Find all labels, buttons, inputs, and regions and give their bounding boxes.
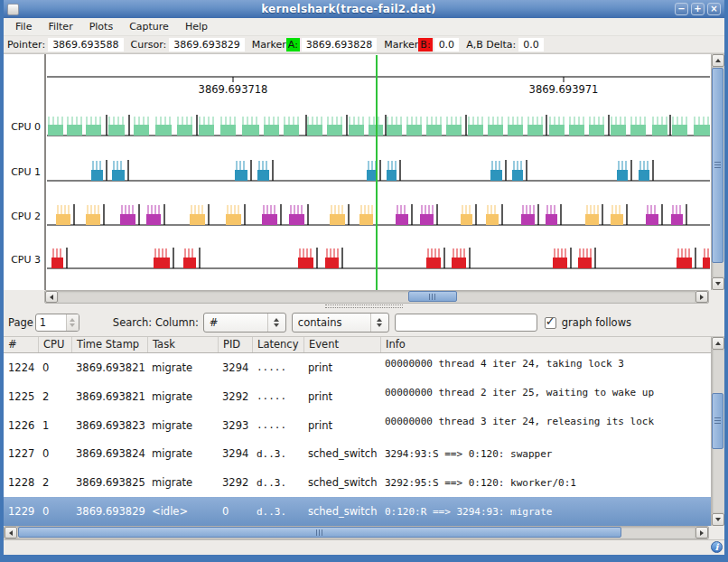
menu-plots[interactable]: Plots xyxy=(81,19,121,34)
spin-up-icon xyxy=(70,318,75,322)
titlebar[interactable]: kernelshark(trace-fail2.dat) − + × xyxy=(4,0,724,18)
close-button[interactable]: × xyxy=(707,3,721,15)
table-row[interactable]: 122703869.693824migrate3294d..3.sched_sw… xyxy=(4,439,711,468)
column-header-event[interactable]: Event xyxy=(303,337,380,352)
menu-help[interactable]: Help xyxy=(177,19,216,34)
infobar-value: 3869.693588 xyxy=(48,38,123,52)
table-row[interactable]: 122823869.693825migrate3292d..3.sched_sw… xyxy=(4,468,711,497)
menu-file[interactable]: File xyxy=(7,19,40,34)
scrollbar-thumb[interactable] xyxy=(18,527,621,538)
statusbar: i xyxy=(4,539,724,553)
column-header-pid[interactable]: PID xyxy=(218,337,252,352)
minimize-button[interactable]: − xyxy=(675,3,688,15)
search-toolbar: Page 1 Search: Column: # contains ✓ grap… xyxy=(4,309,724,336)
column-header-info[interactable]: Info xyxy=(380,337,711,352)
cell-event: sched_switch xyxy=(303,497,380,526)
cell-latency: ..... xyxy=(252,411,303,440)
infobar-label: Cursor: xyxy=(131,39,167,51)
column-header-latency[interactable]: Latency xyxy=(252,337,303,352)
menu-capture[interactable]: Capture xyxy=(121,19,177,34)
splitter-grip-icon xyxy=(325,304,403,308)
scroll-right-button[interactable] xyxy=(695,527,708,539)
scroll-down-button[interactable] xyxy=(712,513,724,526)
infobar-value: 0.0 xyxy=(518,38,544,52)
cpu-row-2[interactable]: CPU 2 xyxy=(11,204,710,225)
info-icon[interactable]: i xyxy=(711,541,723,553)
up-arrow-icon xyxy=(715,342,721,345)
table-row[interactable]: 122613869.693823migrate3293.....print000… xyxy=(4,411,711,440)
graph-panel: 3869.6937183869.693971CPU 0CPU 1CPU 2CPU… xyxy=(4,53,724,290)
cell-info: 00000000 thread 3 iter 24, releasing its… xyxy=(380,411,711,440)
cell-latency: ..... xyxy=(252,382,303,411)
column-header-time-stamp[interactable]: Time Stamp xyxy=(71,337,147,352)
search-input[interactable] xyxy=(395,314,537,332)
cpu-row-0[interactable]: CPU 0 xyxy=(11,115,710,136)
cell-event: print xyxy=(303,411,380,440)
cell-cpu: 0 xyxy=(38,497,71,526)
cell-event: sched_switch xyxy=(303,468,380,497)
cpu-row-1[interactable]: CPU 1 xyxy=(11,160,710,181)
table-row-selected[interactable]: 122903869.693829<idle>0d..3.sched_switch… xyxy=(4,497,711,526)
menubar: FileFilterPlotsCaptureHelp xyxy=(4,18,724,36)
infobar-value: 3869.693829 xyxy=(169,38,244,52)
cpu-label: CPU 3 xyxy=(11,254,41,266)
column-select-value: # xyxy=(204,316,267,329)
scrollbar-thumb[interactable] xyxy=(712,393,723,449)
trace-graph-svg[interactable]: 3869.6937183869.693971CPU 0CPU 1CPU 2CPU… xyxy=(4,54,711,290)
column-header-task[interactable]: Task xyxy=(147,337,218,352)
cell--: 1228 xyxy=(4,468,38,497)
scroll-left-button[interactable] xyxy=(45,291,58,303)
scrollbar-track[interactable] xyxy=(712,350,724,513)
right-arrow-icon xyxy=(700,295,704,300)
event-table-panel: #CPUTime StampTaskPIDLatencyEventInfo122… xyxy=(4,336,724,526)
cell-time-stamp: 3869.693821 xyxy=(71,382,147,411)
table-row[interactable]: 122403869.693821migrate3294.....print000… xyxy=(4,353,711,382)
column-header--[interactable]: # xyxy=(4,337,38,352)
cell--: 1227 xyxy=(4,439,38,468)
table-horizontal-scrollbar[interactable] xyxy=(4,526,709,539)
page-spinner[interactable]: 1 xyxy=(35,314,79,332)
menu-filter[interactable]: Filter xyxy=(40,19,80,34)
scroll-up-button[interactable] xyxy=(712,54,724,67)
scrollbar-track[interactable] xyxy=(712,67,724,277)
scroll-down-button[interactable] xyxy=(712,277,724,290)
maximize-button[interactable]: + xyxy=(691,3,705,15)
page-value[interactable]: 1 xyxy=(36,314,66,331)
cell-event: print xyxy=(303,353,380,382)
graph-vertical-scrollbar[interactable] xyxy=(711,54,724,290)
axis-timestamp-label: 3869.693718 xyxy=(199,83,268,96)
column-header-cpu[interactable]: CPU xyxy=(38,337,71,352)
cell-time-stamp: 3869.693823 xyxy=(71,411,147,440)
cell-pid: 3293 xyxy=(218,411,252,440)
scroll-right-button[interactable] xyxy=(695,291,708,303)
scrollbar-track[interactable] xyxy=(58,291,695,303)
trace-graph[interactable]: 3869.6937183869.693971CPU 0CPU 1CPU 2CPU… xyxy=(4,54,711,290)
cell-cpu: 0 xyxy=(38,353,71,382)
scroll-up-button[interactable] xyxy=(712,337,724,350)
cell-task: migrate xyxy=(147,353,218,382)
scrollbar-thumb[interactable] xyxy=(408,291,457,302)
graph-horizontal-scrollbar[interactable] xyxy=(44,290,709,304)
cell-pid: 0 xyxy=(218,497,252,526)
marker-info-bar: Pointer:3869.693588Cursor:3869.693829Mar… xyxy=(4,36,724,53)
infobar-value: 3869.693828 xyxy=(302,38,377,52)
right-arrow-icon xyxy=(700,530,704,536)
cpu-label: CPU 2 xyxy=(11,211,41,222)
table-vertical-scrollbar[interactable] xyxy=(711,337,724,526)
graph-follows-checkbox[interactable]: ✓ xyxy=(545,317,556,329)
scrollbar-track[interactable] xyxy=(17,527,695,539)
cell-pid: 3292 xyxy=(218,382,252,411)
cell-info: 3294:93:S ==> 0:120: swapper xyxy=(380,439,711,468)
scrollbar-thumb[interactable] xyxy=(712,68,723,263)
cell-event: sched_switch xyxy=(303,439,380,468)
left-arrow-icon xyxy=(9,530,13,536)
cell-time-stamp: 3869.693825 xyxy=(71,468,147,497)
table-row[interactable]: 122523869.693821migrate3292.....print000… xyxy=(4,382,711,411)
thumb-grip-icon xyxy=(714,162,721,169)
match-select[interactable]: contains xyxy=(292,313,389,333)
cell-event: print xyxy=(303,382,380,411)
spinner-buttons[interactable] xyxy=(66,314,79,331)
scroll-left-button[interactable] xyxy=(5,527,17,539)
cpu-row-3[interactable]: CPU 3 xyxy=(11,248,711,268)
column-select[interactable]: # xyxy=(203,313,286,333)
